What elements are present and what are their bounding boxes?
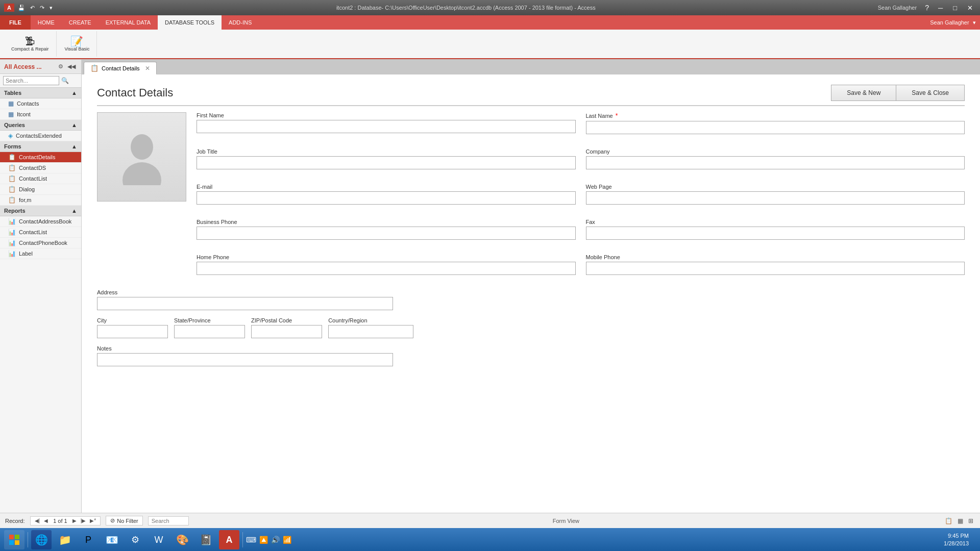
- mobile-phone-input[interactable]: [586, 262, 965, 275]
- no-filter-btn[interactable]: ⊘ No Filter: [106, 516, 143, 525]
- sidebar-item-contactlist-report[interactable]: 📊 ContactList: [0, 227, 81, 238]
- undo-btn[interactable]: ↶: [29, 4, 36, 12]
- last-name-input[interactable]: [586, 121, 965, 134]
- minimize-btn[interactable]: ─: [935, 3, 946, 13]
- sidebar-item-contactaddressbook[interactable]: 📊 ContactAddressBook: [0, 216, 81, 227]
- job-title-input[interactable]: [197, 156, 576, 169]
- save-quick-btn[interactable]: 💾: [16, 4, 27, 12]
- onenote-btn[interactable]: 📓: [195, 530, 216, 549]
- save-close-button[interactable]: Save & Close: [896, 85, 965, 101]
- state-input[interactable]: [174, 325, 245, 338]
- unknown-btn[interactable]: ⚙: [125, 530, 145, 549]
- fax-input[interactable]: [586, 227, 965, 240]
- web-page-input[interactable]: [586, 191, 965, 205]
- network-icon[interactable]: 📶: [283, 536, 291, 544]
- title-bar-left: A 💾 ↶ ↷ ▾: [4, 4, 54, 12]
- form-area: Contact Details Save & New Save & Close: [82, 74, 980, 513]
- start-btn[interactable]: [4, 530, 24, 549]
- sidebar-item-label[interactable]: 📊 Label: [0, 248, 81, 259]
- nav-first-btn[interactable]: ◀|: [34, 518, 41, 523]
- ie-btn[interactable]: 🌐: [31, 530, 52, 549]
- form-view-btn[interactable]: 📋: [943, 516, 954, 525]
- nav-new-btn[interactable]: ▶*: [89, 518, 97, 523]
- datasheet-view-btn[interactable]: ▦: [956, 516, 965, 525]
- section-queries[interactable]: Queries ▲: [0, 120, 81, 131]
- svg-rect-4: [9, 540, 14, 545]
- job-company-row: Job Title Company: [197, 148, 965, 169]
- visual-basic-btn[interactable]: 📝 Visual Basic: [63, 35, 92, 53]
- sidebar-item-form[interactable]: 📋 for,m: [0, 195, 81, 206]
- record-search-input[interactable]: [148, 516, 189, 525]
- taskbar-clock[interactable]: 9:45 PM 1/28/2013: [944, 532, 969, 548]
- explorer-btn[interactable]: 📁: [55, 530, 75, 549]
- section-reports[interactable]: Reports ▲: [0, 206, 81, 216]
- outlook-btn[interactable]: 📧: [102, 530, 122, 549]
- sidebar-item-contactsextended[interactable]: ◈ ContactsExtended: [0, 131, 81, 141]
- form-label: for,m: [19, 197, 31, 203]
- zip-label: ZIP/Postal Code: [251, 317, 322, 323]
- city-input[interactable]: [97, 325, 168, 338]
- country-input[interactable]: [328, 325, 413, 338]
- sidebar-item-contactphonebook[interactable]: 📊 ContactPhoneBook: [0, 238, 81, 248]
- tab-add-ins[interactable]: ADD-INS: [222, 15, 259, 30]
- volume-icon[interactable]: 🔊: [271, 536, 280, 544]
- powerpoint-btn[interactable]: P: [78, 530, 99, 549]
- sidebar-item-contactdetails[interactable]: 📋 ContactDetails: [0, 152, 81, 163]
- access-taskbar-btn[interactable]: A: [219, 530, 239, 549]
- up-arrow-icon[interactable]: 🔼: [259, 536, 268, 544]
- tab-home[interactable]: HOME: [31, 15, 62, 30]
- tab-file[interactable]: FILE: [0, 15, 31, 30]
- redo-btn[interactable]: ↷: [38, 4, 46, 12]
- section-tables[interactable]: Tables ▲: [0, 88, 81, 98]
- tab-close-btn[interactable]: ✕: [145, 65, 150, 72]
- first-name-input[interactable]: [197, 120, 576, 133]
- address-input[interactable]: [97, 297, 393, 310]
- maximize-btn[interactable]: □: [950, 3, 960, 13]
- search-input[interactable]: [3, 76, 59, 85]
- close-btn[interactable]: ✕: [964, 3, 976, 13]
- sidebar-item-contacts[interactable]: ▦ Contacts: [0, 98, 81, 109]
- user-dropdown-icon[interactable]: ▾: [973, 19, 976, 26]
- phone-fax-row: Business Phone Fax: [197, 219, 965, 240]
- sidebar-item-dialog[interactable]: 📋 Dialog: [0, 184, 81, 195]
- job-title-label: Job Title: [197, 148, 576, 155]
- notes-input[interactable]: [97, 353, 393, 366]
- sidebar-item-contactlist-form[interactable]: 📋 ContactList: [0, 173, 81, 184]
- tab-database-tools[interactable]: DATABASE TOOLS: [158, 15, 222, 30]
- quick-access-dropdown[interactable]: ▾: [48, 4, 54, 12]
- required-asterisk: *: [616, 112, 618, 119]
- keyboard-icon[interactable]: ⌨: [246, 536, 256, 544]
- email-input[interactable]: [197, 191, 576, 205]
- status-bar: Record: ◀| ◀ 1 of 1 ▶ |▶ ▶* ⊘ No Filter …: [0, 513, 980, 528]
- state-group: State/Province: [174, 317, 245, 338]
- nav-prev-btn[interactable]: ◀: [43, 518, 49, 523]
- sidebar-search-btn[interactable]: ⚙: [57, 63, 65, 70]
- layout-view-btn[interactable]: ⊞: [967, 516, 975, 525]
- paint-btn[interactable]: 🎨: [172, 530, 192, 549]
- nav-last-btn[interactable]: |▶: [80, 518, 87, 523]
- word-btn[interactable]: W: [149, 530, 169, 549]
- help-btn[interactable]: ?: [925, 4, 929, 12]
- clock-date: 1/28/2013: [944, 540, 969, 547]
- sidebar-item-contactds[interactable]: 📋 ContactDS: [0, 163, 81, 173]
- quick-access-toolbar: A 💾 ↶ ↷ ▾: [4, 4, 54, 12]
- compact-icon: 🗜: [25, 36, 35, 46]
- company-input[interactable]: [586, 156, 965, 169]
- zip-input[interactable]: [251, 325, 322, 338]
- tab-create[interactable]: CREATE: [62, 15, 99, 30]
- table-icon: ▦: [8, 100, 14, 107]
- section-forms[interactable]: Forms ▲: [0, 141, 81, 152]
- sidebar-collapse-btn[interactable]: ◀◀: [66, 63, 77, 70]
- fax-label: Fax: [586, 219, 965, 225]
- business-phone-input[interactable]: [197, 227, 576, 240]
- tab-external-data[interactable]: EXTERNAL DATA: [99, 15, 158, 30]
- tab-contact-details[interactable]: 📋 Contact Details ✕: [84, 62, 157, 74]
- ribbon: FILE HOME CREATE EXTERNAL DATA DATABASE …: [0, 15, 980, 60]
- sidebar-item-itcont[interactable]: ▦ Itcont: [0, 109, 81, 120]
- save-new-button[interactable]: Save & New: [831, 85, 896, 101]
- taskbar-separator-2: [242, 532, 243, 547]
- access-logo[interactable]: A: [4, 4, 14, 12]
- nav-next-btn[interactable]: ▶: [71, 518, 78, 523]
- compact-repair-btn[interactable]: 🗜 Compact & Repair: [9, 35, 51, 53]
- home-phone-input[interactable]: [197, 262, 576, 275]
